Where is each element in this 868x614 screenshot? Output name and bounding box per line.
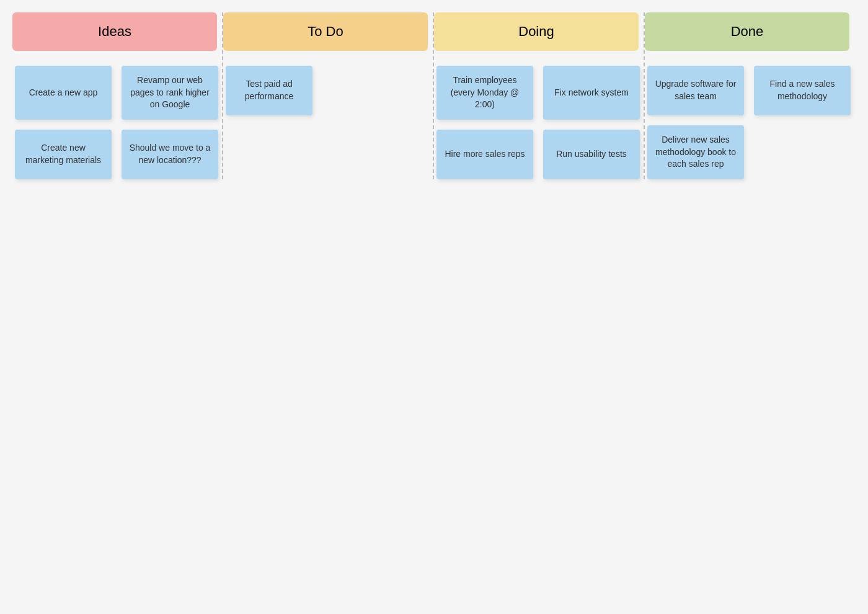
column-header-todo: To Do bbox=[223, 12, 428, 51]
cards-area-todo: Test paid ad performance bbox=[223, 66, 434, 115]
card-done-2[interactable]: Find a new sales methodology bbox=[754, 66, 851, 115]
cards-area-doing: Train employees (every Monday @ 2:00)Fix… bbox=[434, 66, 645, 179]
card-done-3[interactable]: Deliver new sales methodology book to ea… bbox=[647, 125, 744, 179]
card-doing-1[interactable]: Train employees (every Monday @ 2:00) bbox=[436, 66, 533, 120]
column-doing: DoingTrain employees (every Monday @ 2:0… bbox=[434, 12, 645, 179]
column-todo: To DoTest paid ad performance bbox=[223, 12, 434, 179]
column-done: DoneUpgrade software for sales teamFind … bbox=[645, 12, 856, 179]
card-doing-2[interactable]: Fix network system bbox=[543, 66, 640, 120]
card-ideas-4[interactable]: Should we move to a new location??? bbox=[122, 130, 218, 179]
column-ideas: IdeasCreate a new appRevamp our web page… bbox=[12, 12, 223, 179]
cards-area-ideas: Create a new appRevamp our web pages to … bbox=[12, 66, 223, 179]
card-todo-1[interactable]: Test paid ad performance bbox=[226, 66, 312, 115]
column-header-ideas: Ideas bbox=[12, 12, 217, 51]
card-ideas-3[interactable]: Create new marketing materials bbox=[15, 130, 112, 179]
kanban-board: IdeasCreate a new appRevamp our web page… bbox=[12, 12, 856, 179]
card-ideas-2[interactable]: Revamp our web pages to rank higher on G… bbox=[122, 66, 218, 120]
cards-area-done: Upgrade software for sales teamFind a ne… bbox=[645, 66, 856, 179]
card-doing-4[interactable]: Run usability tests bbox=[543, 130, 640, 179]
card-ideas-1[interactable]: Create a new app bbox=[15, 66, 112, 120]
card-doing-3[interactable]: Hire more sales reps bbox=[436, 130, 533, 179]
card-done-1[interactable]: Upgrade software for sales team bbox=[647, 66, 744, 115]
column-header-done: Done bbox=[645, 12, 849, 51]
column-header-doing: Doing bbox=[434, 12, 639, 51]
